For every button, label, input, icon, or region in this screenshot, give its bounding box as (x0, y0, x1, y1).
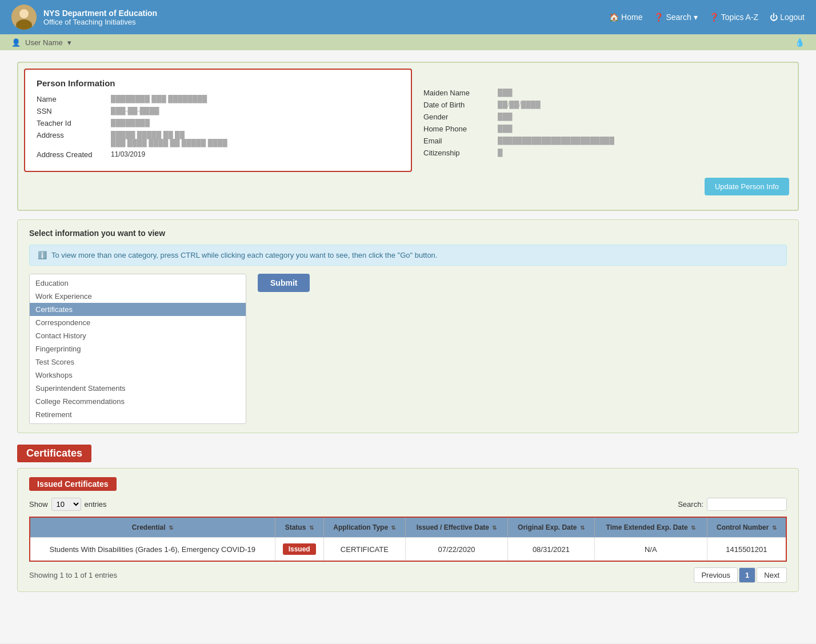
category-item-retirement[interactable]: Retirement (30, 408, 246, 421)
dob-value: ██/██/████ (498, 101, 541, 109)
showing-entries: Showing 1 to 1 of 1 entries (29, 571, 117, 579)
category-item-education[interactable]: Education (30, 277, 246, 290)
issued-cert-title: Issued Certificates (29, 477, 117, 491)
sort-icon-orig-exp[interactable]: ⇅ (580, 525, 585, 531)
category-item-work_experience[interactable]: Work Experience (30, 290, 246, 303)
gender-value: ███ (498, 113, 513, 121)
current-page: 1 (739, 567, 755, 583)
info-address-row: Address █████ █████ ██ ██ ███ ████ ████ … (37, 131, 399, 147)
dob-label: Date of Birth (423, 101, 498, 109)
select-info-title: Select information you want to view (29, 229, 787, 238)
main-content: Person Information Name ████████ ███ ███… (0, 50, 816, 643)
user-icon: 👤 (11, 38, 21, 47)
cell-orig-exp: 08/31/2021 (508, 538, 595, 562)
dept-name: NYS Department of Education (43, 9, 157, 18)
table-row: Students With Disabilities (Grades 1-6),… (30, 538, 786, 562)
category-item-correspondence[interactable]: Correspondence (30, 316, 246, 329)
search-dropdown-icon: ▾ (694, 13, 698, 22)
org-info: NYS Department of Education Office of Te… (43, 9, 157, 26)
username: User Name (25, 38, 63, 47)
person-info-section: Person Information Name ████████ ███ ███… (17, 62, 799, 211)
sub-header: 👤 User Name ▾ 💧 (0, 34, 816, 50)
logout-link[interactable]: ⏻ Logout (770, 13, 805, 22)
sub-header-user: 👤 User Name ▾ (11, 38, 71, 47)
info-email-row: Email ████████████████████████ (423, 137, 786, 145)
user-dropdown-icon[interactable]: ▾ (67, 38, 71, 47)
col-issued-date: Issued / Effective Date ⇅ (405, 517, 507, 538)
citizenship-label: Citizenship (423, 149, 498, 157)
teacher-id-value: ████████ (111, 119, 150, 127)
col-status: Status ⇅ (275, 517, 323, 538)
submit-button[interactable]: Submit (258, 274, 310, 292)
search-label: Search: (678, 500, 703, 509)
col-app-type: Application Type ⇅ (323, 517, 405, 538)
certificates-title: Certificates (17, 445, 91, 462)
address-created-value: 11/03/2019 (111, 150, 145, 159)
logout-icon: ⏻ (770, 13, 778, 22)
category-item-superintendent_statements[interactable]: Superintendent Statements (30, 382, 246, 395)
info-phone-row: Home Phone ███ (423, 125, 786, 133)
category-item-workshops[interactable]: Workshops (30, 369, 246, 382)
next-button[interactable]: Next (757, 567, 787, 583)
address-created-label: Address Created (37, 150, 111, 159)
show-label: Show (29, 500, 48, 509)
topics-question-icon: ❓ (709, 13, 719, 22)
entries-select[interactable]: 102550100 (51, 498, 81, 511)
entries-label: entries (85, 500, 107, 509)
col-time-ext: Time Extended Exp. Date ⇅ (594, 517, 707, 538)
table-search-input[interactable] (707, 498, 787, 511)
table-controls-left: Show 102550100 entries (29, 498, 107, 511)
phone-label: Home Phone (423, 125, 498, 133)
info-gender-row: Gender ███ (423, 113, 786, 121)
home-link[interactable]: 🏠 Home (609, 13, 642, 22)
search-link[interactable]: ❓ Search ▾ (654, 13, 697, 22)
certificates-table: Credential ⇅ Status ⇅ Application Type ⇅ (29, 517, 787, 562)
address-value: █████ █████ ██ ██ ███ ████ ████ ██ █████… (111, 131, 227, 147)
table-controls: Show 102550100 entries Search: (29, 498, 787, 511)
info-name-row: Name ████████ ███ ████████ (37, 95, 399, 103)
pagination: Previous 1 Next (694, 567, 787, 583)
category-item-test_scores[interactable]: Test Scores (30, 355, 246, 369)
header-nav: 🏠 Home ❓ Search ▾ ❓ Topics A-Z ⏻ Logout (609, 13, 805, 22)
sub-header-right: 💧 (795, 38, 805, 47)
topics-link[interactable]: ❓ Topics A-Z (709, 13, 758, 22)
sort-icon-status[interactable]: ⇅ (309, 525, 314, 531)
maiden-value: ███ (498, 89, 513, 97)
info-ssn-row: SSN ███-██-████ (37, 107, 399, 115)
category-list[interactable]: EducationWork ExperienceCertificatesCorr… (29, 274, 246, 424)
sort-icon-app-type[interactable]: ⇅ (391, 525, 395, 531)
teacher-id-label: Teacher Id (37, 119, 111, 127)
droplet-icon: 💧 (795, 38, 805, 47)
info-alert: ℹ️ To view more than one category, press… (29, 245, 787, 266)
info-teacher-id-row: Teacher Id ████████ (37, 119, 399, 127)
org-logo (11, 5, 37, 30)
status-badge: Issued (283, 543, 316, 555)
update-btn-row: Update Person Info (18, 178, 798, 201)
sort-icon-control-num[interactable]: ⇅ (772, 525, 777, 531)
cell-time-extended: N/A (594, 538, 707, 562)
cell-credential: Students With Disabilities (Grades 1-6),… (30, 538, 275, 562)
home-icon: 🏠 (609, 13, 619, 22)
sort-icon-credential[interactable]: ⇅ (169, 525, 173, 531)
col-orig-exp: Original Exp. Date ⇅ (508, 517, 595, 538)
category-item-college_recommendations[interactable]: College Recommendations (30, 395, 246, 408)
previous-button[interactable]: Previous (694, 567, 738, 583)
person-info-left: Person Information Name ████████ ███ ███… (24, 69, 412, 172)
category-item-contact_history[interactable]: Contact History (30, 329, 246, 342)
svg-point-1 (19, 9, 29, 18)
cell-issued-date: 07/22/2020 (405, 538, 507, 562)
cell-app-type: CERTIFICATE (323, 538, 405, 562)
certificates-section: Certificates Issued Certificates Show 10… (17, 445, 799, 592)
maiden-label: Maiden Name (423, 89, 498, 97)
col-control-num: Control Number ⇅ (707, 517, 786, 538)
category-item-certificates[interactable]: Certificates (30, 303, 246, 316)
sort-icon-issued-date[interactable]: ⇅ (492, 525, 497, 531)
email-value: ████████████████████████ (498, 137, 614, 145)
update-person-info-button[interactable]: Update Person Info (705, 178, 789, 195)
info-dob-row: Date of Birth ██/██/████ (423, 101, 786, 109)
category-item-fingerprinting[interactable]: Fingerprinting (30, 342, 246, 355)
name-label: Name (37, 95, 111, 103)
header-left: NYS Department of Education Office of Te… (11, 5, 157, 30)
sort-icon-time-ext[interactable]: ⇅ (691, 525, 695, 531)
address-label: Address (37, 131, 111, 147)
